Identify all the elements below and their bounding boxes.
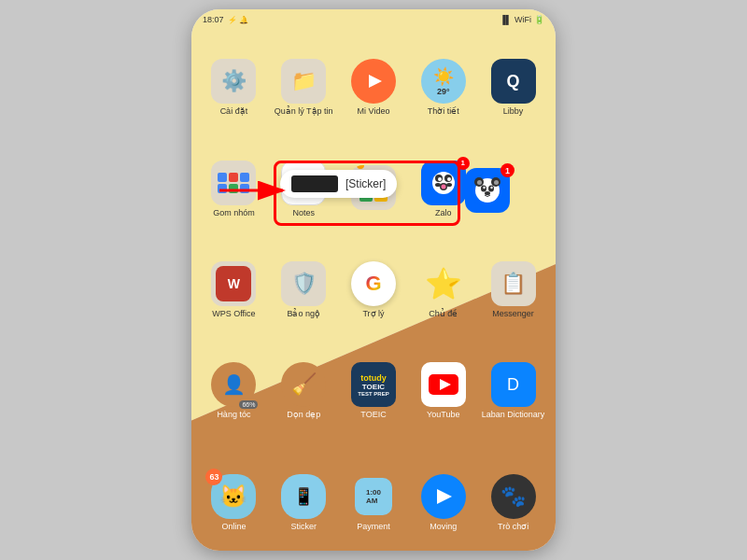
laban-icon: D [491, 362, 536, 407]
battery-icon: 🔋 [534, 15, 544, 24]
toeic-top: totudy [360, 373, 387, 383]
youtube-label: YouTube [427, 410, 459, 420]
signal-icon: ▐▌ [500, 15, 512, 24]
status-left: 18:07 ⚡ 🔔 [203, 15, 248, 24]
trochoi-icon: 🐾 [491, 474, 536, 519]
online-container: 🐱 63 [211, 474, 256, 519]
app-dondep[interactable]: 🧹 Dọn dẹp [272, 362, 335, 420]
gomnhom-label: Gom nhóm [213, 208, 255, 218]
payment-label: Payment [357, 522, 390, 532]
svg-point-10 [446, 183, 452, 187]
libby-label: Libby [503, 106, 524, 117]
trochoi-label: Trò chơi [498, 522, 529, 532]
toeic-bot: TEST PREP [358, 391, 388, 397]
thoitiet-icon: ☀️ 29° [421, 59, 466, 104]
app-quanly[interactable]: 📁 Quản lý Tập tin [272, 59, 335, 117]
app-troly[interactable]: G Trợ lý [342, 261, 405, 319]
phone-frame: 18:07 ⚡ 🔔 ▐▌ WiFi 🔋 ⚙️ Cài đặt 📁 Quản l [191, 9, 556, 551]
mivideo-icon [351, 59, 396, 104]
troly-label: Trợ lý [362, 309, 384, 319]
hangtoc-badge: 66% [239, 400, 258, 409]
dondep-icon: 🧹 [281, 362, 326, 407]
app-hangtoc[interactable]: 👤 66% Hàng tóc [202, 362, 265, 420]
online-label: Online [221, 522, 246, 532]
chude-label: Chủ đề [429, 309, 458, 319]
thoitiet-label: Thời tiết [428, 106, 459, 117]
svg-point-23 [490, 187, 492, 189]
svg-point-9 [435, 183, 441, 187]
app-laban[interactable]: D Laban Dictionary [482, 362, 545, 420]
wps-icon: W [211, 261, 256, 306]
mivideo-label: Mi Video [358, 106, 390, 117]
app-wps[interactable]: W WPS Office [202, 261, 265, 319]
messenger-label: Messenger [492, 309, 534, 319]
svg-point-19 [494, 180, 499, 185]
app-thoitiet[interactable]: ☀️ 29° Thời tiết [412, 59, 475, 117]
status-right: ▐▌ WiFi 🔋 [500, 15, 544, 24]
app-baongo[interactable]: 🛡️ Bảo ngộ [272, 261, 335, 319]
youtube-icon [421, 362, 466, 407]
red-arrow [219, 177, 294, 209]
zalo-popup-container: 1 [465, 168, 510, 213]
hangtoc-container: 👤 66% [211, 362, 256, 407]
dondep-label: Dọn dẹp [287, 410, 320, 420]
caidat-icon: ⚙️ [211, 59, 256, 104]
toeic-label: TOEIC [360, 410, 386, 420]
app-mivideo[interactable]: Mi Video [342, 59, 405, 117]
app-caidat[interactable]: ⚙️ Cài đặt [202, 59, 265, 117]
svg-point-6 [447, 177, 451, 181]
messenger-icon: 📋 [491, 261, 536, 306]
libby-icon: Q [491, 59, 536, 104]
moving-label: Moving [430, 522, 457, 532]
laban-label: Laban Dictionary [482, 410, 545, 420]
app-messenger[interactable]: 📋 Messenger [482, 261, 545, 319]
app-row-1: ⚙️ Cài đặt 📁 Quản lý Tập tin Mi Video ☀️ [199, 39, 548, 136]
zalo-label: Zalo [435, 208, 452, 218]
caidat-label: Cài đặt [220, 106, 248, 117]
moving-icon [421, 474, 466, 519]
toeic-mid: TOEIC [362, 383, 385, 391]
payment-icon: 1:00AM [351, 474, 396, 519]
status-bar: 18:07 ⚡ 🔔 ▐▌ WiFi 🔋 [191, 9, 556, 30]
app-moving[interactable]: Moving [412, 474, 475, 532]
zalo-popup-badge: 1 [500, 163, 514, 177]
svg-point-5 [438, 177, 442, 181]
app-row-4: 👤 66% Hàng tóc 🧹 Dọn dẹp totudy TOEIC TE… [199, 343, 548, 440]
wps-label: WPS Office [212, 309, 255, 319]
time: 18:07 [203, 15, 224, 24]
quanly-icon: 📁 [281, 59, 326, 104]
zalo-popup-area: 1 [465, 168, 510, 213]
sticker-black-bar [291, 175, 338, 192]
home-screen: ⚙️ Cài đặt 📁 Quản lý Tập tin Mi Video ☀️ [191, 30, 556, 551]
zalo-container: 1 [421, 161, 466, 205]
wps-inner: W [216, 266, 251, 301]
extra-icons: ⚡ 🔔 [228, 16, 248, 24]
sticker-text: [Sticker] [345, 177, 386, 190]
quanly-label: Quản lý Tập tin [275, 106, 333, 117]
app-toeic[interactable]: totudy TOEIC TEST PREP TOEIC [342, 362, 405, 420]
sticker-popup: [Sticker] [280, 170, 397, 198]
sticker2-label: Sticker [290, 522, 317, 532]
app-payment[interactable]: 1:00AM Payment [342, 474, 405, 532]
app-sticker2[interactable]: 📱 Sticker [272, 474, 335, 532]
app-row-5: 🐱 63 Online 📱 Sticker 1 [199, 444, 548, 541]
app-chude[interactable]: ⭐ Chủ đề [412, 261, 475, 319]
svg-point-18 [477, 180, 482, 185]
app-row-3: W WPS Office 🛡️ Bảo ngộ G Trợ lý ⭐ Chủ đ [199, 242, 548, 339]
app-libby[interactable]: Q Libby [482, 59, 545, 117]
app-online[interactable]: 🐱 63 Online [202, 474, 265, 532]
svg-marker-13 [437, 489, 452, 504]
app-trochoi[interactable]: 🐾 Trò chơi [482, 474, 545, 532]
svg-marker-0 [369, 75, 382, 88]
chude-icon: ⭐ [421, 261, 466, 306]
sticker2-icon: 📱 [281, 474, 326, 519]
baongo-icon: 🛡️ [281, 261, 326, 306]
troly-icon: G [351, 261, 396, 306]
app-youtube[interactable]: YouTube [412, 362, 475, 420]
svg-point-8 [441, 184, 445, 189]
wifi-icon: WiFi [514, 15, 531, 24]
google-g: G [365, 272, 381, 296]
hangtoc-label: Hàng tóc [217, 410, 250, 420]
baongo-label: Bảo ngộ [287, 309, 320, 319]
notes-label: Notes [292, 208, 315, 218]
